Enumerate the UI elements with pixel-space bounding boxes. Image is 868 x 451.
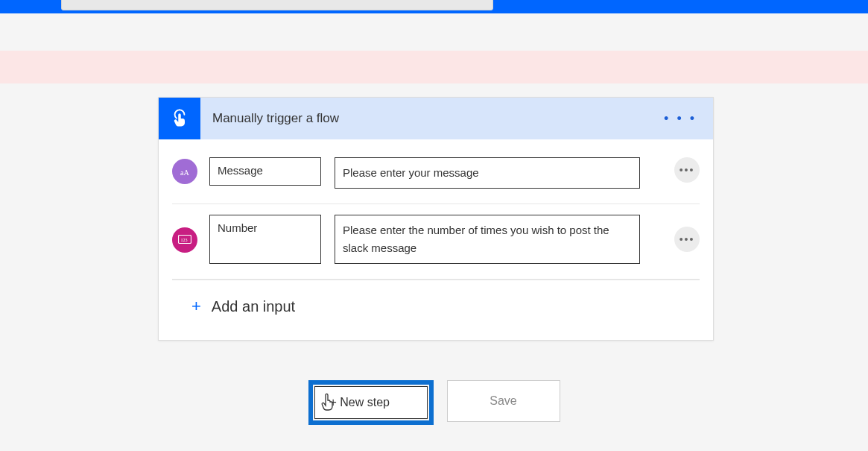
trigger-title: Manually trigger a flow xyxy=(212,111,339,126)
input-name-field[interactable]: Message xyxy=(209,157,321,186)
trigger-header[interactable]: Manually trigger a flow • • • xyxy=(159,98,713,139)
input-name-field[interactable]: Number xyxy=(209,215,321,264)
text-type-icon: aA xyxy=(172,159,197,184)
input-prompt-field[interactable]: Please enter your message xyxy=(335,157,640,189)
svg-text:aA: aA xyxy=(180,168,189,177)
input-row-menu-button[interactable]: ••• xyxy=(674,157,700,183)
input-row-menu-button[interactable]: ••• xyxy=(674,227,700,252)
action-buttons-row: + New step Save xyxy=(0,380,868,425)
input-row: aA Message Please enter your message ••• xyxy=(172,147,700,204)
app-top-bar xyxy=(0,0,868,13)
trigger-iconbox xyxy=(159,98,200,139)
top-search-field[interactable] xyxy=(61,0,493,10)
add-input-button[interactable]: + Add an input xyxy=(172,280,700,332)
number-icon: 123 xyxy=(178,235,191,245)
trigger-body: aA Message Please enter your message •••… xyxy=(159,139,713,340)
add-input-label: Add an input xyxy=(212,298,295,315)
trigger-menu-button[interactable]: • • • xyxy=(664,111,697,127)
save-button[interactable]: Save xyxy=(447,380,560,422)
svg-text:123: 123 xyxy=(181,238,188,242)
plus-icon: + xyxy=(191,297,201,316)
new-step-highlight: + New step xyxy=(308,380,434,425)
touch-icon xyxy=(169,108,190,129)
notification-band xyxy=(0,51,868,83)
new-step-button[interactable]: + New step xyxy=(314,386,428,419)
input-prompt-field[interactable]: Please enter the number of times you wis… xyxy=(335,215,640,264)
input-row: 123 Number Please enter the number of ti… xyxy=(172,204,700,280)
trigger-card: Manually trigger a flow • • • aA Message… xyxy=(158,97,714,341)
number-type-icon: 123 xyxy=(172,227,197,253)
text-icon: aA xyxy=(179,165,191,177)
